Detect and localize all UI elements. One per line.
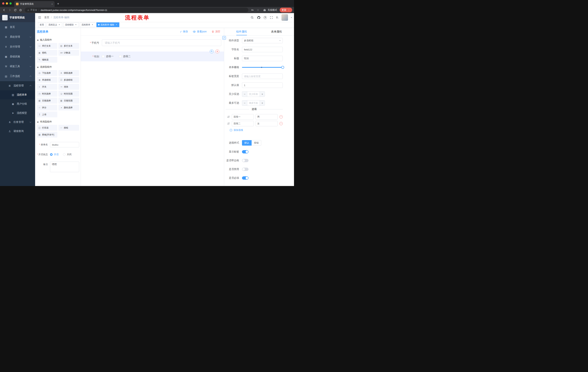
- palette-item-password[interactable]: ▣密码: [37, 50, 57, 56]
- min-select-input[interactable]: [247, 92, 260, 97]
- label-width-input[interactable]: [242, 74, 283, 79]
- app-logo[interactable]: 芋道管理系统: [0, 13, 35, 22]
- search-icon[interactable]: [250, 15, 254, 20]
- tag-close-icon[interactable]: [58, 23, 61, 26]
- tab-form-props[interactable]: 表单属性: [259, 28, 294, 35]
- tag-process-form-edit[interactable]: 流程表单-编辑: [96, 22, 119, 27]
- add-option-button[interactable]: 添加选项: [230, 128, 283, 132]
- palette-item-date-range[interactable]: ▩日期范围: [58, 98, 79, 104]
- window-close-button[interactable]: [2, 2, 4, 5]
- reload-button[interactable]: [13, 8, 18, 12]
- radio-status-on[interactable]: 开启: [50, 152, 59, 157]
- sidebar-item-process-management[interactable]: ≣ 流程管理: [0, 81, 35, 90]
- option-value-input[interactable]: [256, 114, 278, 120]
- palette-item-button[interactable]: ☞按钮: [58, 125, 79, 131]
- palette-item-time-range[interactable]: ◶时间范围: [58, 91, 79, 97]
- form-canvas[interactable]: 手机号 性别 选项一: [81, 35, 224, 186]
- palette-item-time-picker[interactable]: ◷时间选择: [37, 91, 57, 97]
- sidebar-item-home[interactable]: ▦ 首页: [0, 22, 35, 32]
- remove-option-icon[interactable]: [279, 115, 283, 118]
- forward-button[interactable]: [7, 8, 12, 12]
- tab-component-props[interactable]: 组件属性: [224, 28, 259, 35]
- checkbox-icon[interactable]: [119, 55, 122, 58]
- drag-handle-icon[interactable]: [227, 122, 230, 125]
- sidebar-item-user-group[interactable]: ◉ 用户分组: [0, 99, 35, 108]
- update-button[interactable]: 更新: [280, 8, 292, 12]
- remark-textarea[interactable]: 嘿嘿: [50, 162, 79, 172]
- avatar-caret-icon[interactable]: [291, 17, 292, 19]
- clear-button[interactable]: 清空: [211, 30, 220, 33]
- sidebar-item-infrastructure[interactable]: ▣ 基础设施: [0, 52, 35, 62]
- radio-status-off[interactable]: 关闭: [63, 152, 72, 157]
- palette-item-row-container[interactable]: ◫行容器: [37, 125, 57, 131]
- title-input[interactable]: [242, 56, 283, 61]
- palette-item-editor[interactable]: ✎编辑器: [37, 57, 57, 63]
- palette-item-counter[interactable]: 123计数器: [58, 50, 79, 56]
- disabled-toggle[interactable]: [242, 168, 249, 171]
- border-toggle[interactable]: [242, 159, 249, 162]
- default-value-input[interactable]: [242, 83, 283, 88]
- field-name-input[interactable]: [242, 47, 283, 52]
- bookmark-star-icon[interactable]: [256, 8, 260, 12]
- drag-handle-icon[interactable]: [227, 115, 230, 118]
- home-button[interactable]: [18, 8, 23, 12]
- palette-item-table[interactable]: ▦表格[开发中]: [37, 132, 57, 138]
- tag-close-icon[interactable]: [91, 23, 94, 26]
- help-icon[interactable]: [264, 16, 267, 19]
- tag-close-icon[interactable]: [74, 23, 77, 26]
- sidebar-item-payment[interactable]: ¥ 支付管理: [0, 42, 35, 52]
- option-label-input[interactable]: [232, 121, 254, 126]
- minus-button[interactable]: [242, 92, 247, 97]
- tag-close-icon[interactable]: [115, 23, 118, 26]
- sidebar-item-workflow[interactable]: ▤ 工作流程: [0, 71, 35, 81]
- plus-button[interactable]: [260, 100, 265, 106]
- palette-item-multi-line-text[interactable]: ▤多行文本: [58, 43, 79, 49]
- sidebar-item-system[interactable]: ⚙ 系统管理: [0, 32, 35, 42]
- show-label-toggle[interactable]: [242, 150, 249, 153]
- style-button-button[interactable]: 按钮: [252, 140, 261, 146]
- max-select-input[interactable]: [247, 100, 260, 106]
- url-text[interactable]: dashboard.yudao.iocoder.cn/bpm/manager/f…: [41, 9, 107, 11]
- option-label-input[interactable]: [232, 114, 254, 120]
- browser-tab[interactable]: 芋道管理系统: [14, 1, 55, 7]
- palette-item-radio-group[interactable]: ◉单选框组: [37, 77, 57, 83]
- plus-button[interactable]: [260, 92, 265, 97]
- breadcrumb-home[interactable]: 首页: [44, 16, 49, 19]
- phone-input[interactable]: [102, 40, 221, 46]
- tag-home[interactable]: 首页: [38, 22, 46, 27]
- save-button[interactable]: 保存: [180, 30, 188, 33]
- tag-process-definition[interactable]: 流程定义: [47, 22, 62, 27]
- window-zoom-button[interactable]: [10, 2, 12, 5]
- palette-item-single-line-text[interactable]: ▭单行文本: [37, 43, 57, 49]
- component-type-select[interactable]: 多选框组: [242, 38, 283, 43]
- palette-item-slider[interactable]: ⊸滑块: [58, 84, 79, 90]
- tag-process-model[interactable]: 流程模型: [63, 22, 79, 27]
- required-toggle[interactable]: [242, 176, 249, 180]
- grid-slider[interactable]: [242, 67, 283, 68]
- sidebar-item-process-model[interactable]: ➤ 流程模型: [0, 108, 35, 117]
- canvas-field-phone[interactable]: 手机号: [81, 40, 224, 46]
- checkbox-option-two[interactable]: 选项二: [119, 55, 131, 58]
- palette-item-switch[interactable]: ◐开关: [37, 84, 57, 90]
- delete-icon[interactable]: [215, 50, 219, 53]
- palette-item-checkbox-group[interactable]: ☑多选框组: [58, 77, 79, 83]
- style-default-button[interactable]: 默认: [242, 140, 252, 146]
- browser-menu-icon[interactable]: [288, 9, 290, 11]
- palette-item-cascader[interactable]: ⋔级联选择: [58, 70, 79, 76]
- sidebar-item-process-form[interactable]: ▥ 流程表单: [0, 90, 35, 99]
- sidebar-item-leave-query[interactable]: ♙ 请假查询: [0, 127, 35, 136]
- sidebar-item-task-management[interactable]: ⋔ 任务管理: [0, 117, 35, 127]
- github-icon[interactable]: [257, 15, 261, 20]
- checkbox-option-one[interactable]: 选项一: [102, 55, 114, 58]
- form-name-input[interactable]: [50, 142, 79, 148]
- new-tab-button[interactable]: [55, 2, 59, 7]
- avatar[interactable]: [282, 14, 288, 21]
- window-minimize-button[interactable]: [6, 2, 8, 5]
- password-key-icon[interactable]: [250, 8, 255, 12]
- hamburger-icon[interactable]: [35, 16, 44, 19]
- canvas-field-gender[interactable]: 性别 选项一 选项二: [81, 52, 224, 61]
- palette-item-color-picker[interactable]: ◕颜色选择: [58, 105, 79, 110]
- palette-item-upload[interactable]: ↥上传: [37, 112, 57, 117]
- fullscreen-icon[interactable]: [269, 15, 273, 20]
- palette-item-date-picker[interactable]: ▦日期选择: [37, 98, 57, 104]
